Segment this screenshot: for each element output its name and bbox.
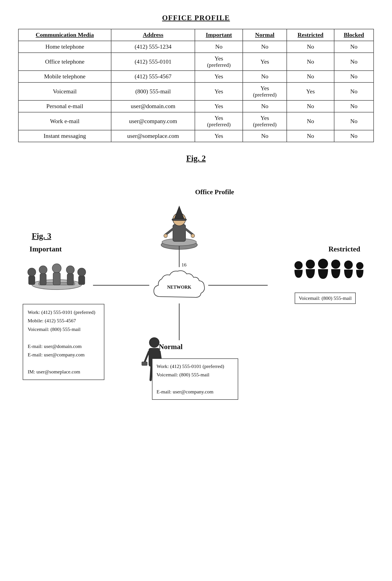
important-box-line1: Work: (412) 555-0101 (preferred) — [28, 308, 99, 316]
cell-media: Work e-mail — [18, 112, 111, 130]
fig3-label: Fig. 3 — [32, 231, 51, 241]
col-header-blocked: Blocked — [334, 29, 374, 41]
cell-restricted: No — [287, 100, 334, 112]
cell-normal: Yes(preferred) — [243, 82, 287, 100]
svg-point-31 — [331, 260, 340, 269]
cell-address: (800) 555-mail — [111, 82, 195, 100]
normal-box-spacer — [157, 379, 234, 388]
cell-restricted: No — [287, 112, 334, 130]
important-box-line2: Mobile: (412) 555-4567 — [28, 316, 99, 325]
table-row: Mobile telephone (412) 555-4567 Yes No N… — [18, 71, 374, 82]
normal-box-line2: Voicemail: (800) 555-mail — [157, 370, 234, 379]
server-figure-svg — [157, 192, 202, 252]
svg-rect-27 — [78, 276, 85, 284]
important-box-spacer — [28, 334, 99, 342]
cell-address: (412) 555-0101 — [111, 53, 195, 71]
important-box-line3: Voicemail: (800) 555-mail — [28, 325, 99, 334]
cell-normal: Yes — [243, 53, 287, 71]
table-row: Personal e-mail user@domain.com Yes No N… — [18, 100, 374, 112]
cell-important: Yes(preferred) — [195, 112, 243, 130]
col-header-normal: Normal — [243, 29, 287, 41]
cell-restricted: Yes — [287, 82, 334, 100]
col-header-media: Communication Media — [18, 29, 111, 41]
svg-point-24 — [66, 266, 74, 274]
svg-point-22 — [52, 264, 61, 273]
cell-media: Voicemail — [18, 82, 111, 100]
svg-point-34 — [149, 338, 159, 348]
important-box-spacer2 — [28, 359, 99, 367]
cell-blocked: No — [334, 53, 374, 71]
cell-restricted: No — [287, 41, 334, 53]
cell-important: Yes — [195, 82, 243, 100]
network-cloud: NETWORK — [149, 267, 209, 304]
cell-important: Yes(preferred) — [195, 53, 243, 71]
cloud-svg: NETWORK — [149, 267, 209, 304]
svg-rect-23 — [53, 272, 60, 285]
restricted-diagram-label: Restricted — [329, 245, 360, 253]
svg-rect-37 — [142, 362, 147, 366]
important-people-svg — [25, 257, 88, 292]
svg-rect-19 — [28, 276, 35, 284]
cell-blocked: No — [334, 82, 374, 100]
cell-blocked: No — [334, 41, 374, 53]
cell-media: Office telephone — [18, 53, 111, 71]
svg-point-28 — [294, 261, 303, 270]
cell-blocked: No — [334, 71, 374, 82]
table-row: Home telephone (412) 555-1234 No No No N… — [18, 41, 374, 53]
cell-normal: No — [243, 71, 287, 82]
cell-important: Yes — [195, 130, 243, 142]
normal-box-line4: E-mail: user@company.com — [157, 388, 234, 396]
cell-normal: Yes(preferred) — [243, 112, 287, 130]
important-box-line5: E-mail: user@domain.com — [28, 342, 99, 350]
svg-point-18 — [28, 268, 36, 276]
important-diagram-label: Important — [29, 245, 62, 253]
cell-media: Instant messaging — [18, 130, 111, 142]
important-box-line8: IM: user@someplace.com — [28, 368, 99, 376]
cell-blocked: No — [334, 112, 374, 130]
fig2-label: Fig. 2 — [18, 154, 374, 163]
server-icon — [150, 190, 209, 254]
svg-point-30 — [318, 259, 328, 269]
cell-normal: No — [243, 100, 287, 112]
svg-rect-9 — [172, 219, 187, 220]
svg-rect-21 — [40, 274, 46, 285]
cell-blocked: No — [334, 100, 374, 112]
cell-important: Yes — [195, 71, 243, 82]
important-group-icon — [23, 256, 91, 292]
cell-address: user@someplace.com — [111, 130, 195, 142]
cell-address: (412) 555-4567 — [111, 71, 195, 82]
table-row: Voicemail (800) 555-mail Yes Yes(preferr… — [18, 82, 374, 100]
page-title: OFFICE PROFILE — [18, 14, 374, 22]
cell-important: Yes — [195, 100, 243, 112]
table-row: Office telephone (412) 555-0101 Yes(pref… — [18, 53, 374, 71]
col-header-address: Address — [111, 29, 195, 41]
cell-address: (412) 555-1234 — [111, 41, 195, 53]
svg-point-12 — [164, 234, 168, 238]
restricted-box-line1: Voicemail: (800) 555-mail — [299, 295, 352, 301]
svg-point-32 — [344, 260, 353, 269]
cell-blocked: No — [334, 130, 374, 142]
svg-point-33 — [356, 262, 364, 270]
cell-normal: No — [243, 130, 287, 142]
cell-restricted: No — [287, 130, 334, 142]
restricted-group-icon — [290, 256, 367, 286]
office-profile-table: Communication Media Address Important No… — [18, 29, 374, 142]
svg-line-36 — [144, 352, 149, 363]
cell-address: user@company.com — [111, 112, 195, 130]
svg-line-10 — [166, 229, 173, 235]
cell-restricted: No — [287, 71, 334, 82]
table-row: Instant messaging user@someplace.com Yes… — [18, 130, 374, 142]
svg-text:NETWORK: NETWORK — [167, 284, 192, 290]
svg-point-26 — [78, 268, 86, 276]
cell-important: No — [195, 41, 243, 53]
svg-marker-8 — [174, 206, 184, 220]
diagram-section: Fig. 3 Office Profile — [18, 181, 374, 431]
col-header-important: Important — [195, 29, 243, 41]
svg-rect-25 — [67, 274, 73, 285]
svg-point-29 — [306, 260, 315, 269]
svg-line-39 — [151, 366, 152, 380]
cell-address: user@domain.com — [111, 100, 195, 112]
cell-restricted: No — [287, 53, 334, 71]
normal-box-line1: Work: (412) 555-0101 (preferred) — [157, 362, 234, 370]
important-info-box: Work: (412) 555-0101 (preferred) Mobile:… — [23, 304, 104, 380]
